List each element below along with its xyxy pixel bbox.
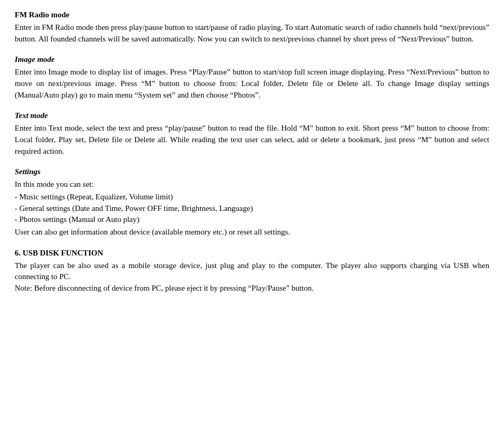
fm-radio-paragraph: Enter in FM Radio mode then press play/p… (15, 22, 489, 45)
usb-disk-paragraph-1: The player can be also used as a mobile … (15, 260, 489, 283)
image-mode-title: Image mode (15, 54, 489, 66)
settings-list-item-2: - General settings (Date and Time, Power… (15, 203, 489, 215)
text-mode-section: Text mode Enter into Text mode, select t… (15, 110, 489, 157)
fm-radio-section: FM Radio mode Enter in FM Radio mode the… (15, 9, 489, 45)
usb-disk-title: 6. USB DISK FUNCTION (15, 248, 489, 259)
text-mode-paragraph: Enter into Text mode, select the text an… (15, 123, 489, 157)
image-mode-paragraph: Enter into Image mode to display list of… (15, 67, 489, 101)
settings-intro: In this mode you can set: (15, 179, 489, 190)
text-mode-title: Text mode (15, 110, 489, 122)
usb-disk-section: 6. USB DISK FUNCTION The player can be a… (15, 248, 489, 294)
settings-title: Settings (15, 166, 489, 178)
settings-list-item-1: - Music settings (Repeat, Equalizer, Vol… (15, 191, 489, 203)
settings-section: Settings In this mode you can set: - Mus… (15, 166, 489, 238)
settings-list-item-3: - Photos settings (Manual or Auto play) (15, 214, 489, 226)
image-mode-section: Image mode Enter into Image mode to disp… (15, 54, 489, 101)
settings-footer: User can also get information about devi… (15, 227, 489, 238)
settings-list: - Music settings (Repeat, Equalizer, Vol… (15, 191, 489, 226)
fm-radio-title: FM Radio mode (15, 9, 489, 21)
usb-disk-paragraph-2: Note: Before disconnecting of device fro… (15, 283, 489, 294)
